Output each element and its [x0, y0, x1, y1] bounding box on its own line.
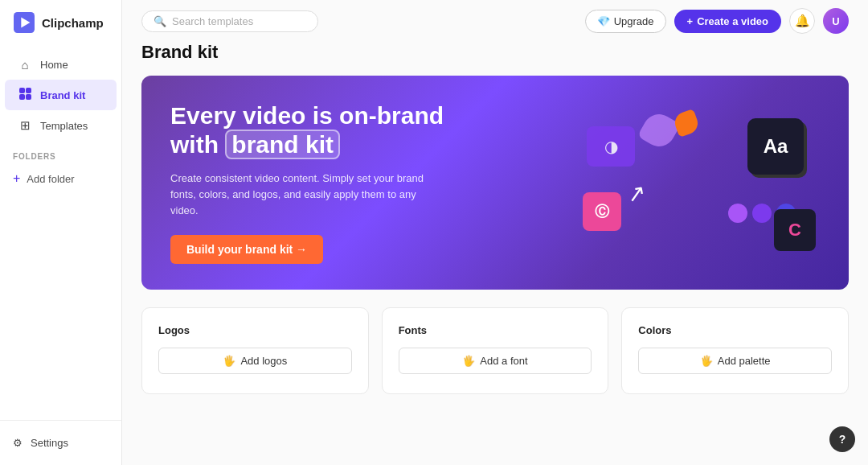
sidebar-item-brand-kit[interactable]: Brand kit — [5, 80, 117, 110]
hero-title: Every video is on-brand with brand kit — [170, 101, 444, 159]
avatar[interactable]: U — [823, 8, 849, 34]
upgrade-button[interactable]: 💎 Upgrade — [585, 10, 666, 33]
add-logos-label: Add logos — [240, 355, 287, 367]
colors-card-title: Colors — [638, 324, 832, 336]
sidebar-item-brand-kit-label: Brand kit — [40, 89, 85, 101]
fonts-card: Fonts 🖐 Add a font — [382, 307, 609, 394]
templates-icon: ⊞ — [18, 118, 32, 133]
sidebar-bottom: ⚙ Settings — [0, 420, 121, 465]
logos-card-title: Logos — [158, 324, 352, 336]
decorative-orange — [672, 109, 701, 138]
search-icon: 🔍 — [154, 15, 166, 27]
add-folder-button[interactable]: + Add folder — [0, 166, 121, 191]
home-icon: ⌂ — [18, 58, 32, 72]
hero-cta-label: Build your brand kit → — [186, 243, 307, 256]
add-palette-label: Add palette — [718, 355, 771, 367]
app-name: Clipchamp — [42, 16, 104, 30]
hero-title-highlight: brand kit — [225, 130, 340, 159]
sidebar-item-templates[interactable]: ⊞ Templates — [5, 111, 117, 140]
fonts-card-title: Fonts — [399, 324, 592, 336]
create-icon: + — [687, 15, 694, 27]
create-label: Create a video — [697, 15, 768, 27]
search-box[interactable]: 🔍 Search templates — [141, 10, 318, 32]
hero-title-line2-prefix: with — [170, 131, 225, 158]
page-content: Brand kit Every video is on-brand with b… — [122, 42, 868, 465]
logos-card: Logos 🖐 Add logos — [141, 307, 369, 394]
main-content: 🔍 Search templates 💎 Upgrade + Create a … — [122, 0, 868, 465]
svg-rect-4 — [19, 94, 25, 100]
decorative-arrow: ↗ — [624, 179, 647, 208]
decorative-blob — [637, 109, 682, 153]
decorative-c2: Ⓒ — [583, 192, 621, 231]
page-title: Brand kit — [141, 42, 849, 63]
logo-icon — [13, 11, 35, 34]
upgrade-label: Upgrade — [614, 15, 654, 27]
folders-label: FOLDERS — [0, 141, 121, 166]
app-logo[interactable]: Clipchamp — [0, 0, 121, 45]
add-folder-icon: + — [13, 171, 20, 186]
colors-card: Colors 🖐 Add palette — [621, 307, 849, 394]
upgrade-icon: 💎 — [597, 15, 610, 27]
svg-rect-2 — [19, 88, 25, 93]
sidebar-item-templates-label: Templates — [40, 120, 88, 132]
decorative-card1: ◑ — [587, 126, 635, 167]
settings-label: Settings — [31, 437, 68, 449]
hero-description: Create consistent video content. Simply … — [170, 171, 444, 219]
ball-1 — [728, 204, 747, 223]
create-video-button[interactable]: + Create a video — [674, 10, 781, 33]
add-logos-button[interactable]: 🖐 Add logos — [158, 348, 352, 374]
add-palette-icon: 🖐 — [700, 355, 713, 367]
avatar-initials: U — [832, 15, 839, 27]
add-font-label: Add a font — [480, 355, 527, 367]
decorative-c: C — [774, 209, 816, 251]
add-folder-label: Add folder — [27, 173, 74, 185]
help-icon: ? — [839, 433, 846, 446]
bell-icon: 🔔 — [795, 14, 810, 28]
hero-banner: Every video is on-brand with brand kit C… — [141, 76, 849, 290]
hero-illustration: Aa ◑ ↗ Ⓒ C — [579, 110, 820, 255]
svg-rect-3 — [26, 88, 31, 93]
settings-icon: ⚙ — [13, 437, 23, 449]
notifications-button[interactable]: 🔔 — [789, 8, 815, 34]
svg-rect-5 — [26, 94, 31, 100]
ball-2 — [752, 204, 772, 223]
hero-cta-button[interactable]: Build your brand kit → — [170, 235, 323, 264]
decorative-aa: Aa — [747, 118, 804, 175]
topbar: 🔍 Search templates 💎 Upgrade + Create a … — [122, 0, 868, 42]
sidebar-item-home-label: Home — [40, 59, 68, 71]
add-font-icon: 🖐 — [462, 355, 475, 367]
hero-title-line1: Every video is on-brand — [170, 102, 444, 129]
sidebar-item-home[interactable]: ⌂ Home — [5, 51, 117, 79]
add-font-button[interactable]: 🖐 Add a font — [399, 348, 592, 374]
search-placeholder: Search templates — [172, 15, 253, 27]
cards-row: Logos 🖐 Add logos Fonts 🖐 Add a font Col… — [141, 307, 849, 394]
hero-text: Every video is on-brand with brand kit C… — [170, 101, 444, 264]
topbar-right: 💎 Upgrade + Create a video 🔔 U — [585, 8, 849, 34]
sidebar: Clipchamp ⌂ Home Brand kit ⊞ Templates F… — [0, 0, 122, 465]
add-palette-button[interactable]: 🖐 Add palette — [638, 348, 832, 374]
settings-item[interactable]: ⚙ Settings — [8, 430, 113, 455]
add-logos-icon: 🖐 — [223, 355, 235, 367]
sidebar-navigation: ⌂ Home Brand kit ⊞ Templates FOLDERS + A… — [0, 50, 121, 420]
help-button[interactable]: ? — [829, 426, 855, 452]
brand-kit-icon — [18, 87, 32, 103]
